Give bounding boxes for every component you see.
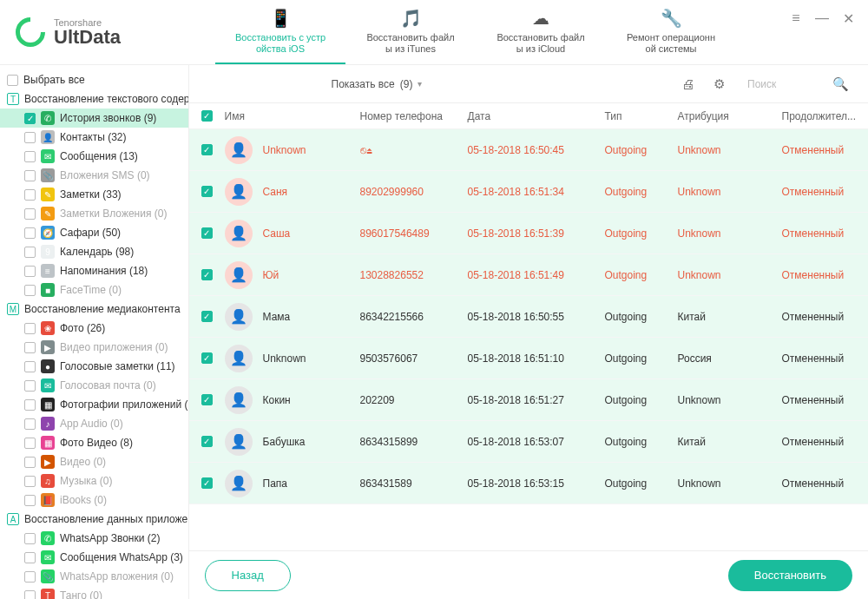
sidebar-item-1-5[interactable]: ♪App Audio (0) [0,414,188,433]
item-checkbox[interactable] [24,208,36,220]
filter-dropdown[interactable]: Показать все (9) ▾ [332,78,423,90]
item-checkbox[interactable] [24,151,36,162]
item-icon: ✆ [41,111,55,125]
table-row[interactable]: ✓👤Unknown⎋⏏05-18-2018 16:50:45OutgoingUn… [189,129,869,171]
sidebar-item-0-2[interactable]: ✉Сообщения (13) [0,147,188,166]
main-tab-3[interactable]: 🔧Ремонт операционной системы [606,0,736,64]
item-checkbox[interactable] [24,495,36,506]
footer-bar: Назад Восстановить [189,550,869,599]
item-checkbox[interactable] [24,132,36,143]
item-checkbox[interactable] [24,189,36,201]
tab-label: Восстановить файлы из iTunes [366,32,454,55]
col-duration[interactable]: Продолжител... [782,110,857,122]
main-tab-0[interactable]: 📱Восстановить с устройства iOS [215,0,345,64]
cell-name: Unknown [263,352,306,365]
sidebar-item-1-9[interactable]: 📕iBooks (0) [0,490,188,510]
main-tab-2[interactable]: ☁Восстановить файлы из iCloud [476,0,606,64]
sidebar-item-2-3[interactable]: TТанго (0) [0,586,188,599]
sidebar-item-1-7[interactable]: ▶Видео (0) [0,452,188,471]
sidebar-item-1-3[interactable]: ✉Голосовая почта (0) [0,376,188,395]
cell-attr: Unknown [678,186,782,198]
item-checkbox[interactable] [24,266,36,277]
item-checkbox[interactable] [24,418,36,430]
item-checkbox[interactable] [24,552,36,563]
col-phone[interactable]: Номер телефона [360,110,468,122]
item-checkbox[interactable] [24,285,36,296]
sidebar-item-0-3[interactable]: 📎Вложения SMS (0) [0,166,188,185]
menu-icon[interactable]: ≡ [788,10,804,27]
sidebar-item-1-4[interactable]: ▦Фотографии приложений (24 [0,395,188,414]
sidebar-item-0-1[interactable]: 👤Контакты (32) [0,128,188,147]
recover-button[interactable]: Восстановить [728,560,852,591]
sidebar-section-2[interactable]: AВосстановление данных приложений [0,510,188,529]
sidebar-item-1-0[interactable]: ❀Фото (26) [0,319,188,338]
table-row[interactable]: ✓👤Бабушка863431589905-18-2018 16:53:07Ou… [189,421,869,463]
sidebar-item-1-1[interactable]: ▶Видео приложения (0) [0,338,188,357]
cell-date: 05-18-2018 16:51:34 [468,186,605,198]
sidebar-item-2-2[interactable]: 📎WhatsApp вложения (0) [0,567,188,586]
col-date[interactable]: Дата [468,110,605,122]
row-checkbox[interactable]: ✓ [201,186,213,197]
table-row[interactable]: ✓👤Саня8920299996005-18-2018 16:51:34Outg… [189,171,869,213]
row-checkbox[interactable]: ✓ [201,227,213,239]
item-checkbox[interactable] [24,170,36,181]
sidebar-item-0-5[interactable]: ✎Заметки Вложения (0) [0,204,188,223]
search-input[interactable] [747,78,825,90]
table-row[interactable]: ✓👤Мама8634221556605-18-2018 16:50:55Outg… [189,296,869,338]
row-checkbox[interactable]: ✓ [201,269,213,280]
item-checkbox[interactable] [24,590,36,600]
col-attr[interactable]: Атрибуция [678,110,782,122]
main-tab-1[interactable]: 🎵Восстановить файлы из iTunes [345,0,476,64]
sidebar-item-0-6[interactable]: 🧭Сафари (50) [0,223,188,242]
item-checkbox[interactable] [24,476,36,487]
table-row[interactable]: ✓👤Саша89601754648905-18-2018 16:51:39Out… [189,213,869,254]
row-checkbox[interactable]: ✓ [201,477,213,489]
sidebar-item-0-4[interactable]: ✎Заметки (33) [0,185,188,204]
row-checkbox[interactable]: ✓ [201,352,213,364]
header-checkbox[interactable]: ✓ [201,110,213,122]
item-checkbox[interactable] [24,342,36,353]
back-button[interactable]: Назад [205,560,291,591]
print-icon[interactable]: 🖨 [678,75,697,94]
col-type[interactable]: Тип [605,110,678,122]
item-checkbox[interactable] [24,533,36,544]
sidebar-item-0-9[interactable]: ■FaceTime (0) [0,280,188,300]
sidebar-item-1-2[interactable]: ●Голосовые заметки (11) [0,357,188,376]
item-checkbox[interactable] [24,227,36,239]
item-checkbox[interactable] [24,361,36,372]
item-checkbox[interactable] [24,247,36,258]
table-row[interactable]: ✓👤Папа86343158905-18-2018 16:53:15Outgoi… [189,463,869,504]
minimize-icon[interactable]: — [814,10,830,27]
row-checkbox[interactable]: ✓ [201,144,213,155]
select-all-row[interactable]: Выбрать все [0,70,188,89]
table-row[interactable]: ✓👤Юй1302882655205-18-2018 16:51:49Outgoi… [189,254,869,296]
row-checkbox[interactable]: ✓ [201,311,213,322]
sidebar-item-1-6[interactable]: ▦Фото Видео (8) [0,433,188,452]
search-box[interactable]: 🔍 [740,74,856,95]
item-checkbox[interactable] [24,380,36,392]
sidebar-item-2-1[interactable]: ✉Сообщения WhatsApp (3) [0,548,188,567]
item-checkbox[interactable] [24,457,36,468]
item-checkbox[interactable] [24,399,36,411]
item-checkbox[interactable] [24,323,36,334]
table-row[interactable]: ✓👤Unknown950357606705-18-2018 16:51:10Ou… [189,338,869,379]
cell-duration: Отмененный [782,394,857,406]
sidebar-item-0-0[interactable]: ✓✆История звонков (9) [0,109,188,128]
sidebar-item-1-8[interactable]: ♫Музыка (0) [0,471,188,490]
item-checkbox[interactable] [24,571,36,583]
col-name[interactable]: Имя [225,110,360,122]
close-icon[interactable]: ✕ [840,10,856,27]
item-checkbox[interactable]: ✓ [24,113,36,124]
row-checkbox[interactable]: ✓ [201,394,213,405]
sidebar-item-2-0[interactable]: ✆WhatsApp Звонки (2) [0,529,188,548]
item-icon: 👤 [41,130,55,144]
sidebar-item-0-8[interactable]: ≡Напоминания (18) [0,261,188,280]
select-all-checkbox[interactable] [7,75,18,86]
settings-icon[interactable]: ⚙ [709,75,728,94]
item-checkbox[interactable] [24,438,36,449]
sidebar-section-1[interactable]: MВосстановление медиаконтента [0,300,188,319]
table-row[interactable]: ✓👤Кокин20220905-18-2018 16:51:27Outgoing… [189,379,869,421]
sidebar-item-0-7[interactable]: 9Календарь (98) [0,242,188,261]
sidebar-section-0[interactable]: TВосстановление текстового содержи [0,89,188,109]
row-checkbox[interactable]: ✓ [201,436,213,447]
